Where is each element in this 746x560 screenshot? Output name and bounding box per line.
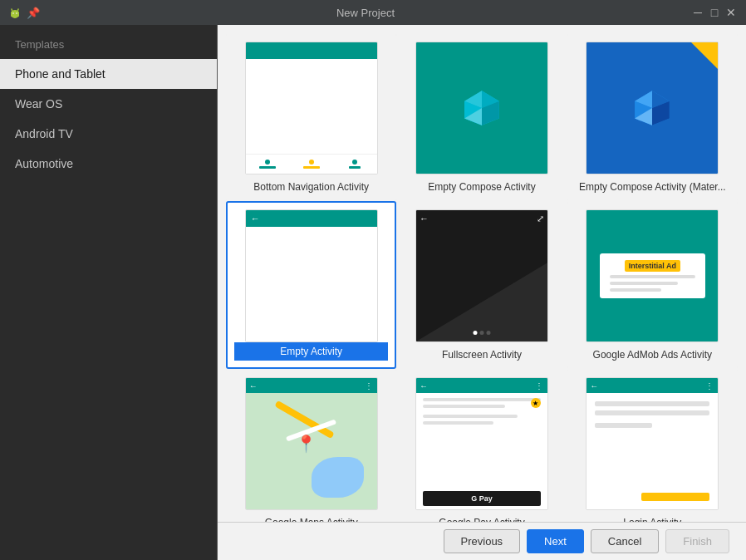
android-icon <box>8 6 22 19</box>
fs-indicator-dots <box>473 331 490 335</box>
template-login[interactable]: ← ⋮ <box>567 369 738 522</box>
svg-line-2 <box>12 9 12 12</box>
template-fullscreen[interactable]: ← ⤢ Fullscreen Activity <box>396 201 567 369</box>
gpay-menu-icon: ⋮ <box>535 381 544 391</box>
svg-point-5 <box>16 12 17 14</box>
footer: Previous Next Cancel Finish <box>218 522 746 560</box>
template-gpay[interactable]: ← ⋮ ★ G Pay <box>396 369 567 522</box>
sidebar-item-android-tv[interactable]: Android TV <box>0 119 217 149</box>
template-empty-compose-thumbnail <box>415 42 548 174</box>
template-bottom-nav-label: Bottom Navigation Activity <box>253 181 369 193</box>
interstitial-badge: Interstitial Ad <box>625 260 680 272</box>
template-admob-thumbnail: Interstitial Ad <box>586 209 719 342</box>
maps-back-icon: ← <box>249 381 258 391</box>
next-button[interactable]: Next <box>527 529 584 553</box>
templates-grid: Bottom Navigation Activity <box>218 25 746 522</box>
template-empty-activity-label: Empty Activity <box>234 342 388 361</box>
template-admob[interactable]: Interstitial Ad Google AdMob Ads Activit… <box>567 201 738 369</box>
login-menu-icon: ⋮ <box>705 381 714 391</box>
maps-menu-icon: ⋮ <box>365 381 374 391</box>
template-gpay-thumbnail: ← ⋮ ★ G Pay <box>415 377 548 510</box>
sidebar: Templates Phone and Tablet Wear OS Andro… <box>0 25 218 560</box>
previous-button[interactable]: Previous <box>444 529 521 553</box>
corner-decoration <box>691 42 718 69</box>
cancel-button[interactable]: Cancel <box>591 529 659 553</box>
svg-rect-1 <box>11 12 19 17</box>
template-empty-compose-mater-label: Empty Compose Activity (Mater... <box>579 181 726 193</box>
gpay-back-icon: ← <box>420 381 428 391</box>
finish-button[interactable]: Finish <box>665 529 729 553</box>
window-controls[interactable]: ─ □ ✕ <box>691 6 738 19</box>
template-bottom-nav-thumbnail <box>245 42 378 174</box>
template-empty-compose[interactable]: Empty Compose Activity <box>396 33 567 201</box>
fs-back-icon: ← <box>416 210 432 227</box>
template-empty-compose-mater[interactable]: Empty Compose Activity (Mater... <box>567 33 738 201</box>
fs-diagonal-decoration <box>416 263 547 341</box>
sidebar-item-wear-os[interactable]: Wear OS <box>0 89 217 119</box>
gpay-star-icon: ★ <box>531 398 541 408</box>
svg-point-4 <box>12 12 14 14</box>
template-maps-thumbnail: ← ⋮ 📍 <box>245 377 378 510</box>
template-login-thumbnail: ← ⋮ <box>586 377 719 510</box>
template-empty-compose-label: Empty Compose Activity <box>428 181 535 193</box>
main-content: Templates Phone and Tablet Wear OS Andro… <box>0 25 746 560</box>
template-maps[interactable]: ← ⋮ 📍 Google Maps Activity <box>226 369 396 522</box>
template-empty-activity-thumbnail: ← <box>245 209 378 342</box>
sidebar-item-automotive[interactable]: Automotive <box>0 149 217 179</box>
sidebar-header: Templates <box>0 25 217 59</box>
title-bar: 📌 New Project ─ □ ✕ <box>0 0 746 25</box>
map-pin-icon: 📍 <box>296 434 317 454</box>
app-icons: 📌 <box>8 6 40 19</box>
pin-icon: 📌 <box>27 6 40 19</box>
template-empty-compose-mater-thumbnail <box>586 42 719 174</box>
template-admob-label: Google AdMob Ads Activity <box>593 349 712 361</box>
maximize-button[interactable]: □ <box>708 6 721 19</box>
template-bottom-nav[interactable]: Bottom Navigation Activity <box>226 33 396 201</box>
template-empty-activity[interactable]: ← Empty Activity <box>226 201 396 369</box>
login-back-icon: ← <box>590 381 598 391</box>
minimize-button[interactable]: ─ <box>691 6 704 19</box>
gpay-button: G Pay <box>423 491 541 506</box>
back-arrow-icon: ← <box>251 214 260 224</box>
sidebar-item-phone-tablet[interactable]: Phone and Tablet <box>0 59 217 89</box>
templates-content: Bottom Navigation Activity <box>218 25 746 522</box>
template-fullscreen-label: Fullscreen Activity <box>442 349 522 361</box>
svg-line-3 <box>17 9 18 12</box>
window-title: New Project <box>40 7 691 19</box>
fs-expand-icon: ⤢ <box>537 214 544 224</box>
close-button[interactable]: ✕ <box>724 6 738 19</box>
template-fullscreen-thumbnail: ← ⤢ <box>415 209 548 342</box>
